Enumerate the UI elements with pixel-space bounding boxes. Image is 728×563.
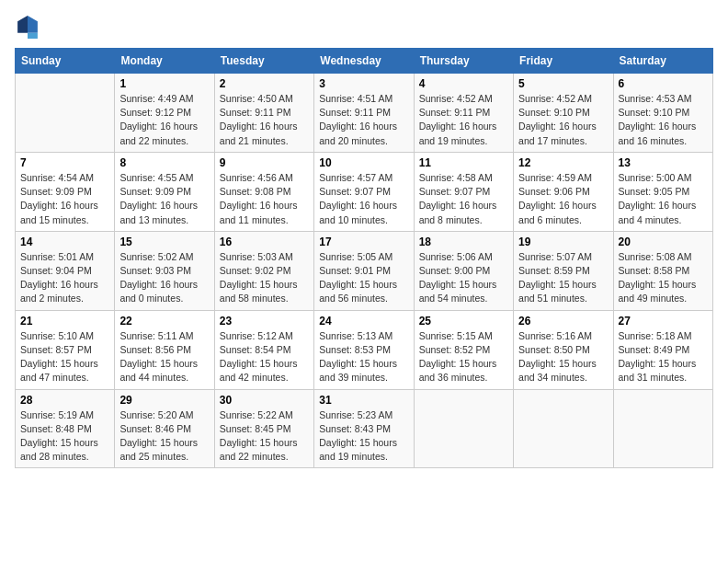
calendar-cell: 2Sunrise: 4:50 AM Sunset: 9:11 PM Daylig…	[214, 74, 313, 153]
day-number: 23	[220, 315, 309, 327]
day-info: Sunrise: 5:12 AM Sunset: 8:54 PM Dayligh…	[220, 329, 309, 385]
day-info: Sunrise: 5:23 AM Sunset: 8:43 PM Dayligh…	[319, 408, 408, 465]
day-info: Sunrise: 4:51 AM Sunset: 9:11 PM Dayligh…	[319, 92, 408, 148]
day-info: Sunrise: 5:13 AM Sunset: 8:53 PM Dayligh…	[319, 329, 408, 385]
day-number: 15	[119, 236, 209, 248]
calendar-cell: 17Sunrise: 5:05 AM Sunset: 9:01 PM Dayli…	[314, 231, 414, 310]
day-number: 16	[220, 236, 309, 248]
day-of-week-header: Wednesday	[314, 49, 414, 74]
day-number: 22	[119, 315, 209, 327]
calendar-cell: 14Sunrise: 5:01 AM Sunset: 9:04 PM Dayli…	[16, 231, 115, 310]
day-info: Sunrise: 4:52 AM Sunset: 9:10 PM Dayligh…	[518, 92, 608, 148]
calendar-cell: 3Sunrise: 4:51 AM Sunset: 9:11 PM Daylig…	[314, 74, 414, 153]
day-number: 27	[619, 315, 708, 327]
calendar-cell	[613, 389, 712, 468]
calendar-cell: 13Sunrise: 5:00 AM Sunset: 9:05 PM Dayli…	[613, 152, 712, 231]
day-info: Sunrise: 5:19 AM Sunset: 8:48 PM Dayligh…	[20, 408, 109, 465]
calendar-cell	[414, 389, 513, 468]
day-number: 21	[20, 315, 109, 327]
calendar-cell: 18Sunrise: 5:06 AM Sunset: 9:00 PM Dayli…	[414, 231, 513, 310]
day-of-week-header: Thursday	[414, 49, 513, 74]
day-number: 29	[119, 394, 209, 407]
day-info: Sunrise: 5:16 AM Sunset: 8:50 PM Dayligh…	[518, 329, 608, 385]
calendar-cell: 23Sunrise: 5:12 AM Sunset: 8:54 PM Dayli…	[214, 310, 313, 389]
day-info: Sunrise: 5:00 AM Sunset: 9:05 PM Dayligh…	[619, 171, 708, 227]
day-of-week-header: Tuesday	[214, 49, 313, 74]
calendar-cell	[16, 74, 115, 153]
calendar-cell: 24Sunrise: 5:13 AM Sunset: 8:53 PM Dayli…	[314, 310, 414, 389]
day-info: Sunrise: 5:20 AM Sunset: 8:46 PM Dayligh…	[119, 408, 209, 465]
day-info: Sunrise: 5:03 AM Sunset: 9:02 PM Dayligh…	[220, 250, 309, 306]
day-number: 6	[619, 77, 708, 90]
day-info: Sunrise: 5:22 AM Sunset: 8:45 PM Dayligh…	[220, 408, 309, 465]
calendar-cell: 11Sunrise: 4:58 AM Sunset: 9:07 PM Dayli…	[414, 152, 513, 231]
day-number: 7	[20, 156, 109, 169]
calendar-cell	[514, 389, 613, 468]
day-info: Sunrise: 5:05 AM Sunset: 9:01 PM Dayligh…	[319, 250, 408, 306]
day-of-week-header: Sunday	[16, 49, 115, 74]
logo-icon	[15, 13, 40, 39]
calendar-cell: 20Sunrise: 5:08 AM Sunset: 8:58 PM Dayli…	[613, 231, 712, 310]
calendar-cell: 21Sunrise: 5:10 AM Sunset: 8:57 PM Dayli…	[16, 310, 115, 389]
day-number: 30	[220, 394, 309, 407]
calendar-cell: 31Sunrise: 5:23 AM Sunset: 8:43 PM Dayli…	[314, 389, 414, 468]
day-number: 20	[619, 236, 708, 248]
calendar-cell: 12Sunrise: 4:59 AM Sunset: 9:06 PM Dayli…	[514, 152, 613, 231]
day-number: 9	[220, 156, 309, 169]
day-number: 25	[419, 315, 508, 327]
day-number: 26	[518, 315, 608, 327]
day-info: Sunrise: 4:52 AM Sunset: 9:11 PM Dayligh…	[419, 92, 508, 148]
day-number: 1	[119, 77, 209, 90]
day-number: 2	[220, 77, 309, 90]
calendar-week-row: 14Sunrise: 5:01 AM Sunset: 9:04 PM Dayli…	[16, 231, 713, 310]
day-of-week-header: Monday	[115, 49, 214, 74]
day-number: 4	[419, 77, 508, 90]
calendar-cell: 16Sunrise: 5:03 AM Sunset: 9:02 PM Dayli…	[214, 231, 313, 310]
day-info: Sunrise: 5:10 AM Sunset: 8:57 PM Dayligh…	[20, 329, 109, 385]
day-info: Sunrise: 5:18 AM Sunset: 8:49 PM Dayligh…	[619, 329, 708, 385]
day-number: 18	[419, 236, 508, 248]
day-info: Sunrise: 4:56 AM Sunset: 9:08 PM Dayligh…	[220, 171, 309, 227]
calendar-cell: 9Sunrise: 4:56 AM Sunset: 9:08 PM Daylig…	[214, 152, 313, 231]
day-info: Sunrise: 5:15 AM Sunset: 8:52 PM Dayligh…	[419, 329, 508, 385]
calendar-cell: 1Sunrise: 4:49 AM Sunset: 9:12 PM Daylig…	[115, 74, 214, 153]
calendar-week-row: 21Sunrise: 5:10 AM Sunset: 8:57 PM Dayli…	[16, 310, 713, 389]
calendar-week-row: 28Sunrise: 5:19 AM Sunset: 8:48 PM Dayli…	[16, 389, 713, 468]
day-info: Sunrise: 5:11 AM Sunset: 8:56 PM Dayligh…	[119, 329, 209, 385]
day-info: Sunrise: 5:08 AM Sunset: 8:58 PM Dayligh…	[619, 250, 708, 306]
calendar-cell: 26Sunrise: 5:16 AM Sunset: 8:50 PM Dayli…	[514, 310, 613, 389]
day-number: 19	[518, 236, 608, 248]
calendar-cell: 22Sunrise: 5:11 AM Sunset: 8:56 PM Dayli…	[115, 310, 214, 389]
day-of-week-header: Saturday	[613, 49, 712, 74]
day-info: Sunrise: 4:57 AM Sunset: 9:07 PM Dayligh…	[319, 171, 408, 227]
day-info: Sunrise: 4:53 AM Sunset: 9:10 PM Dayligh…	[619, 92, 708, 148]
calendar-week-row: 7Sunrise: 4:54 AM Sunset: 9:09 PM Daylig…	[16, 152, 713, 231]
day-info: Sunrise: 4:50 AM Sunset: 9:11 PM Dayligh…	[220, 92, 309, 148]
day-number: 13	[619, 156, 708, 169]
day-info: Sunrise: 5:02 AM Sunset: 9:03 PM Dayligh…	[119, 250, 209, 306]
day-info: Sunrise: 4:55 AM Sunset: 9:09 PM Dayligh…	[119, 171, 209, 227]
calendar-cell: 19Sunrise: 5:07 AM Sunset: 8:59 PM Dayli…	[514, 231, 613, 310]
calendar-cell: 5Sunrise: 4:52 AM Sunset: 9:10 PM Daylig…	[514, 74, 613, 153]
calendar-cell: 29Sunrise: 5:20 AM Sunset: 8:46 PM Dayli…	[115, 389, 214, 468]
calendar-table: SundayMondayTuesdayWednesdayThursdayFrid…	[15, 48, 713, 468]
day-info: Sunrise: 5:06 AM Sunset: 9:00 PM Dayligh…	[419, 250, 508, 306]
page-header	[15, 15, 713, 40]
svg-marker-1	[17, 16, 28, 33]
day-number: 8	[119, 156, 209, 169]
day-number: 17	[319, 236, 408, 248]
calendar-cell: 6Sunrise: 4:53 AM Sunset: 9:10 PM Daylig…	[613, 74, 712, 153]
day-info: Sunrise: 5:07 AM Sunset: 8:59 PM Dayligh…	[518, 250, 608, 306]
calendar-cell: 4Sunrise: 4:52 AM Sunset: 9:11 PM Daylig…	[414, 74, 513, 153]
day-number: 10	[319, 156, 408, 169]
calendar-cell: 7Sunrise: 4:54 AM Sunset: 9:09 PM Daylig…	[16, 152, 115, 231]
day-number: 3	[319, 77, 408, 90]
day-number: 31	[319, 394, 408, 407]
calendar-cell: 25Sunrise: 5:15 AM Sunset: 8:52 PM Dayli…	[414, 310, 513, 389]
calendar-week-row: 1Sunrise: 4:49 AM Sunset: 9:12 PM Daylig…	[16, 74, 713, 153]
day-info: Sunrise: 4:49 AM Sunset: 9:12 PM Dayligh…	[119, 92, 209, 148]
day-info: Sunrise: 5:01 AM Sunset: 9:04 PM Dayligh…	[20, 250, 109, 306]
day-of-week-header: Friday	[514, 49, 613, 74]
day-info: Sunrise: 4:59 AM Sunset: 9:06 PM Dayligh…	[518, 171, 608, 227]
day-number: 28	[20, 394, 109, 407]
